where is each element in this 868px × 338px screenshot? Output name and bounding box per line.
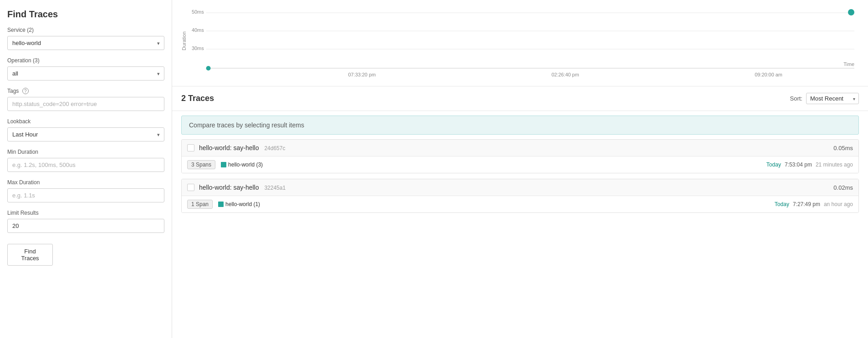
lookback-select-wrapper: Last Hour Last 2 Hours Last 6 Hours Last…	[7, 127, 164, 141]
trace-time-today-0: Today	[766, 161, 781, 168]
trace-name-1: hello-world: say-hello 32245a1	[199, 184, 833, 191]
operation-select-wrapper: all say-hello other-op ▾	[7, 66, 164, 81]
trace-list: hello-world: say-hello 24d657c 0.05ms 3 …	[172, 139, 868, 213]
service-field-group: Service (2) hello-world other-service ▾	[7, 27, 164, 50]
lookback-select[interactable]: Last Hour Last 2 Hours Last 6 Hours Last…	[7, 127, 164, 141]
svg-text:40ms: 40ms	[192, 27, 204, 33]
svg-text:02:26:40 pm: 02:26:40 pm	[551, 72, 579, 77]
trace-checkbox-1[interactable]	[187, 184, 194, 191]
trace-time-clock-0: 7:53:04 pm	[785, 161, 812, 168]
min-duration-input[interactable]	[7, 158, 164, 172]
duration-chart: Duration 50ms 40ms 30ms 07:33:20 pm 02:2…	[181, 5, 859, 77]
trace-bar-row-1: 1 Span hello-world (1) Today 7:27:49 pm …	[182, 196, 858, 212]
trace-item[interactable]: hello-world: say-hello 32245a1 0.02ms 1 …	[181, 179, 859, 213]
trace-duration-1: 0.02ms	[833, 184, 853, 191]
chart-area: Duration 50ms 40ms 30ms 07:33:20 pm 02:2…	[172, 0, 868, 86]
trace-time-info-1: Today 7:27:49 pm an hour ago	[775, 201, 853, 207]
svg-text:09:20:00 am: 09:20:00 am	[755, 72, 782, 77]
trace-time-clock-1: 7:27:49 pm	[793, 201, 820, 207]
operation-field-group: Operation (3) all say-hello other-op ▾	[7, 57, 164, 81]
tags-help-icon[interactable]: ?	[22, 88, 29, 94]
status-dot	[848, 9, 854, 15]
max-duration-field-group: Max Duration	[7, 179, 164, 202]
max-duration-label: Max Duration	[7, 179, 164, 186]
tags-input[interactable]	[7, 97, 164, 111]
trace-item[interactable]: hello-world: say-hello 24d657c 0.05ms 3 …	[181, 139, 859, 173]
trace-header: hello-world: say-hello 24d657c 0.05ms	[182, 140, 858, 156]
operation-select[interactable]: all say-hello other-op	[7, 66, 164, 81]
service-name-1: hello-world (1)	[225, 201, 260, 207]
results-count: 2 Traces	[181, 94, 214, 103]
compare-banner: Compare traces by selecting result items	[181, 116, 859, 135]
page-title: Find Traces	[7, 9, 164, 20]
tags-label: Tags ?	[7, 88, 164, 94]
trace-id-1: 32245a1	[264, 185, 286, 191]
svg-text:Time: Time	[843, 61, 854, 67]
lookback-label: Lookback	[7, 118, 164, 125]
trace-time-info-0: Today 7:53:04 pm 21 minutes ago	[766, 161, 853, 168]
sort-select-wrapper: Most Recent Longest First Shortest First…	[806, 93, 859, 104]
min-duration-label: Min Duration	[7, 149, 164, 155]
svg-text:30ms: 30ms	[192, 45, 204, 51]
trace-time-today-1: Today	[775, 201, 789, 207]
service-color-dot-1	[218, 202, 224, 207]
service-select-wrapper: hello-world other-service ▾	[7, 36, 164, 50]
service-color-dot-0	[221, 162, 226, 167]
svg-text:50ms: 50ms	[192, 9, 204, 15]
limit-results-input[interactable]	[7, 219, 164, 233]
sort-row: Sort: Most Recent Longest First Shortest…	[790, 93, 859, 104]
find-traces-button[interactable]: Find Traces	[7, 244, 53, 266]
svg-text:07:33:20 pm: 07:33:20 pm	[348, 72, 376, 77]
spans-badge-1[interactable]: 1 Span	[187, 200, 213, 209]
main-content: Duration 50ms 40ms 30ms 07:33:20 pm 02:2…	[172, 0, 868, 338]
trace-time-ago-0: 21 minutes ago	[816, 161, 853, 168]
results-panel: 2 Traces Sort: Most Recent Longest First…	[172, 86, 868, 338]
trace-time-ago-1: an hour ago	[824, 201, 853, 207]
service-tag-1: hello-world (1)	[218, 201, 260, 207]
sort-label: Sort:	[790, 95, 802, 102]
min-duration-field-group: Min Duration	[7, 149, 164, 172]
lookback-field-group: Lookback Last Hour Last 2 Hours Last 6 H…	[7, 118, 164, 141]
svg-point-8	[206, 66, 211, 71]
trace-checkbox-0[interactable]	[187, 144, 194, 151]
service-tag-0: hello-world (3)	[221, 161, 263, 168]
trace-bar-row-0: 3 Spans hello-world (3) Today 7:53:04 pm…	[182, 156, 858, 173]
operation-label: Operation (3)	[7, 57, 164, 64]
results-header: 2 Traces Sort: Most Recent Longest First…	[172, 86, 868, 111]
trace-duration-0: 0.05ms	[833, 145, 853, 151]
sort-select[interactable]: Most Recent Longest First Shortest First…	[806, 93, 859, 104]
service-select[interactable]: hello-world other-service	[7, 36, 164, 50]
limit-results-field-group: Limit Results	[7, 210, 164, 233]
max-duration-input[interactable]	[7, 188, 164, 202]
svg-text:Duration: Duration	[181, 31, 187, 50]
tags-field-group: Tags ?	[7, 88, 164, 111]
service-name-0: hello-world (3)	[228, 161, 263, 168]
sidebar: Find Traces Service (2) hello-world othe…	[0, 0, 172, 338]
spans-badge-0[interactable]: 3 Spans	[187, 160, 215, 169]
service-label: Service (2)	[7, 27, 164, 33]
trace-header: hello-world: say-hello 32245a1 0.02ms	[182, 179, 858, 196]
trace-id-0: 24d657c	[264, 145, 285, 151]
limit-results-label: Limit Results	[7, 210, 164, 216]
trace-name-0: hello-world: say-hello 24d657c	[199, 144, 833, 151]
